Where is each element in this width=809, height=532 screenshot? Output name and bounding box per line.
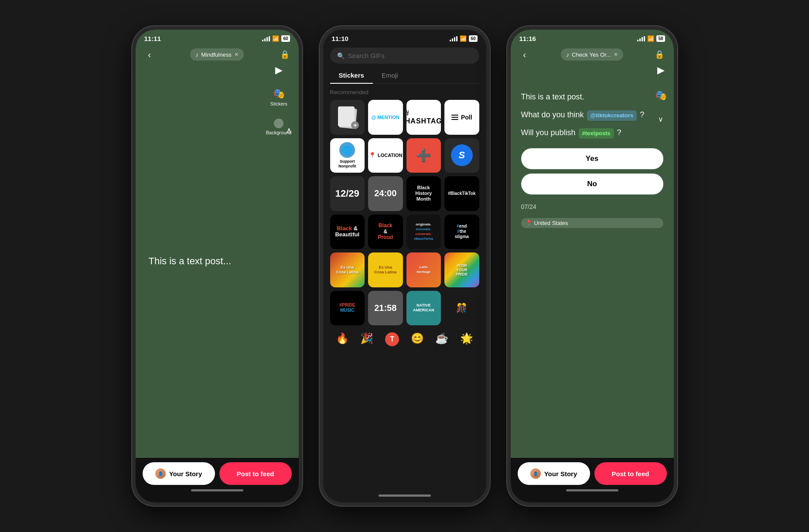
- sticker-bhm-2[interactable]: BlackHistoryMonth: [406, 176, 441, 211]
- sticker-mention-2[interactable]: @ MENTION: [368, 100, 403, 135]
- side-toolbar-3: ▶ 🎭 ∨: [655, 65, 667, 123]
- tab-row-2: Stickers Emoji: [330, 67, 479, 84]
- stickers-label-1: Stickers: [270, 101, 287, 106]
- status-icons-1: 📶 60: [262, 35, 290, 42]
- video-button-3[interactable]: ▶: [657, 65, 665, 76]
- phone-2: 11:10 📶 60 🔍 Search GIFs Stickers: [320, 26, 490, 506]
- bottom-bar-1: 👤 Your Story Post to feed: [136, 458, 299, 502]
- back-button-3[interactable]: ‹: [518, 48, 532, 61]
- sticker-support-2[interactable]: 🌐 SupportNonprofit: [330, 138, 365, 173]
- sticker-time-2[interactable]: 24:00: [368, 176, 403, 211]
- sticker-native-2[interactable]: NATIVEAMERICAN: [406, 291, 441, 326]
- post-feed-button-1[interactable]: Post to feed: [219, 462, 292, 485]
- home-bar-3: [566, 489, 618, 491]
- music-tag-close-1[interactable]: ✕: [234, 51, 239, 58]
- time-2: 11:10: [332, 35, 348, 42]
- tiktok-tag-3[interactable]: @tiktokcreators: [587, 110, 637, 121]
- music-tag-3[interactable]: ♪ Check Yes Or... ✕: [561, 48, 623, 61]
- sticker-section-2: Recommended +: [323, 84, 486, 492]
- textposts-tag-3[interactable]: #textposts: [579, 128, 614, 139]
- your-story-button-1[interactable]: 👤 Your Story: [143, 462, 215, 485]
- sticker-bnb-2[interactable]: Black &Beautiful: [330, 215, 365, 249]
- music-note-icon-1: ♪: [195, 51, 198, 58]
- location-pin-icon-3: 📍: [526, 220, 533, 226]
- video-button-1[interactable]: ▶: [275, 65, 283, 76]
- home-indicator-1: [143, 485, 292, 495]
- post-feed-button-3[interactable]: Post to feed: [594, 462, 667, 485]
- background-icon-1: [274, 119, 283, 128]
- wifi-icon-1: 📶: [272, 35, 279, 42]
- home-indicator-2: [323, 492, 486, 502]
- chevron-button-3[interactable]: ∨: [658, 115, 663, 123]
- poll-date-3: 07/24: [521, 203, 663, 210]
- sticker-date-2[interactable]: 12/29: [330, 176, 365, 211]
- music-note-icon-3: ♪: [566, 51, 569, 58]
- poll-answers-3: Yes No: [521, 148, 663, 194]
- emoji-smile-2[interactable]: 😊: [411, 332, 424, 346]
- stickers-icon-3: 🎭: [655, 90, 667, 101]
- sticker-blacktiktok-2[interactable]: #BlackTikTok: [444, 176, 479, 211]
- poll-yes-button-3[interactable]: Yes: [521, 148, 663, 169]
- signal-icon-2: [450, 36, 457, 41]
- back-button-1[interactable]: ‹: [143, 48, 157, 61]
- lock-button-3[interactable]: 🔒: [652, 48, 666, 61]
- stickers-button-1[interactable]: 🎭 Stickers: [270, 88, 287, 106]
- play-icon-1: ▶: [275, 65, 283, 76]
- stickers-button-3[interactable]: 🎭: [655, 90, 667, 101]
- sticker-medical-2[interactable]: ➕: [406, 138, 441, 173]
- your-story-label-1: Your Story: [169, 470, 202, 477]
- status-bar-3: 11:16 📶 58: [511, 30, 674, 44]
- sticker-location-2[interactable]: 📍 LOCATION: [368, 138, 403, 173]
- location-tag-3: 📍 United States: [521, 218, 663, 228]
- sticker-hashtag-2[interactable]: # HASHTAG: [406, 100, 441, 135]
- poll-line1-3: This is a text post.: [521, 91, 663, 103]
- signal-icon-1: [262, 36, 270, 41]
- sticker-time2-2[interactable]: 21:58: [368, 291, 403, 326]
- sticker-cosa-latina2-2[interactable]: Es UnaCosa Latina: [368, 252, 403, 287]
- poll-line3-3: Will you publish #textposts ?: [521, 127, 663, 139]
- tab-stickers-2[interactable]: Stickers: [330, 67, 373, 83]
- search-icon-2: 🔍: [337, 52, 345, 59]
- time-1: 11:11: [144, 35, 161, 42]
- play-icon-3: ▶: [657, 65, 665, 76]
- sticker-cosa-latina-2[interactable]: Es UnaCosa Latina: [330, 252, 365, 287]
- tab-emoji-2[interactable]: Emoji: [373, 67, 407, 83]
- emoji-coffee-2[interactable]: ☕: [435, 332, 448, 346]
- avatar-3: 👤: [530, 468, 541, 479]
- battery-2: 60: [469, 35, 477, 42]
- sticker-pride-music-2[interactable]: #PRIDE MUSIC: [330, 291, 365, 326]
- signal-icon-3: [637, 36, 645, 41]
- music-tag-1[interactable]: ♪ Mindfulness ✕: [190, 48, 243, 61]
- your-story-label-3: Your Story: [544, 470, 577, 477]
- wifi-icon-2: 📶: [460, 35, 467, 42]
- emoji-fire-2[interactable]: 🔥: [336, 332, 349, 346]
- sticker-add-2[interactable]: +: [330, 100, 365, 135]
- sticker-bp-2[interactable]: Black&Proud: [368, 215, 403, 249]
- sticker-originate-2[interactable]: originate. innovate. celebrate. #BlackTi…: [406, 215, 441, 249]
- battery-3: 58: [656, 35, 665, 42]
- sticker-foryourpride-2[interactable]: #FORYOURPRIDE: [444, 252, 479, 287]
- emoji-confetti-2[interactable]: 🎉: [360, 332, 373, 346]
- side-toolbar-1: ▶ 🎭 Stickers Background: [266, 65, 292, 135]
- phone-3: 11:16 📶 58 ‹ ♪ Check Yes Or... ✕ 🔒: [507, 26, 677, 506]
- search-bar-2[interactable]: 🔍 Search GIFs: [330, 48, 479, 64]
- music-tag-close-3[interactable]: ✕: [614, 51, 618, 58]
- poll-no-button-3[interactable]: No: [521, 174, 663, 194]
- collapse-button-1[interactable]: ∧: [286, 126, 292, 135]
- search-placeholder-2: Search GIFs: [348, 52, 385, 59]
- post-text-1[interactable]: This is a text post...: [149, 255, 232, 268]
- sticker-latin-heritage-2[interactable]: LatinHeritage: [406, 252, 441, 287]
- emoji-sun-2[interactable]: 🌟: [460, 332, 473, 346]
- emoji-t-2[interactable]: T: [385, 332, 399, 346]
- phone-1: 11:11 📶 60 ‹ ♪ Mindfulness ✕ 🔒: [132, 26, 302, 506]
- bottom-bar-3: 👤 Your Story Post to feed: [511, 458, 674, 502]
- sticker-poll-2[interactable]: Poll: [444, 100, 479, 135]
- your-story-button-3[interactable]: 👤 Your Story: [518, 462, 590, 485]
- top-toolbar-3: ‹ ♪ Check Yes Or... ✕ 🔒: [511, 44, 674, 65]
- sticker-decorative-2[interactable]: 🎊: [444, 291, 479, 326]
- time-3: 11:16: [519, 35, 536, 42]
- chevron-down-icon-3: ∨: [658, 115, 663, 123]
- sticker-shazam-2[interactable]: S: [444, 138, 479, 173]
- sticker-endthestigma-2[interactable]: #end #the stigma: [444, 215, 479, 249]
- lock-button-1[interactable]: 🔒: [278, 48, 292, 61]
